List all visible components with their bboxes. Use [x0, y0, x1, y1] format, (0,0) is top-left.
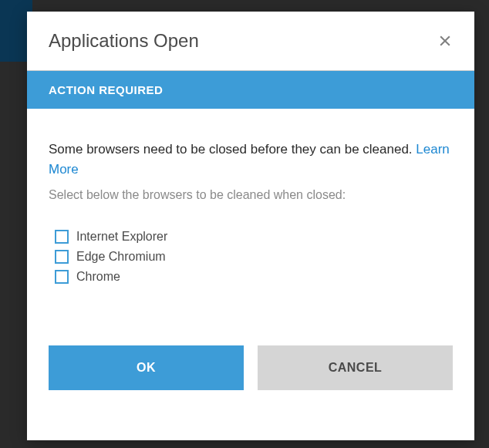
- checkbox-internet-explorer[interactable]: Internet Explorer: [55, 230, 453, 244]
- dialog-header: Applications Open: [27, 12, 474, 70]
- close-button[interactable]: [437, 33, 453, 49]
- checkbox-edge-chromium[interactable]: Edge Chromium: [55, 250, 453, 264]
- checkbox-label: Chrome: [76, 270, 120, 284]
- dialog-title: Applications Open: [49, 30, 199, 52]
- checkbox-box-icon: [55, 250, 69, 264]
- checkbox-box-icon: [55, 230, 69, 244]
- subtext: Select below the browsers to be cleaned …: [49, 188, 453, 202]
- ok-button[interactable]: OK: [49, 345, 244, 390]
- close-icon: [437, 33, 453, 49]
- dialog-body: Some browsers need to be closed before t…: [27, 109, 474, 312]
- checkbox-label: Edge Chromium: [76, 250, 166, 264]
- checkbox-list: Internet Explorer Edge Chromium Chrome: [49, 230, 453, 284]
- action-required-banner: ACTION REQUIRED: [27, 71, 474, 109]
- message-text: Some browsers need to be closed before t…: [49, 140, 453, 179]
- checkbox-box-icon: [55, 270, 69, 284]
- button-row: OK CANCEL: [27, 345, 474, 390]
- checkbox-label: Internet Explorer: [76, 230, 167, 244]
- message-prefix: Some browsers need to be closed before t…: [49, 142, 416, 157]
- checkbox-chrome[interactable]: Chrome: [55, 270, 453, 284]
- cancel-button[interactable]: CANCEL: [258, 345, 453, 390]
- applications-open-dialog: Applications Open ACTION REQUIRED Some b…: [27, 12, 474, 440]
